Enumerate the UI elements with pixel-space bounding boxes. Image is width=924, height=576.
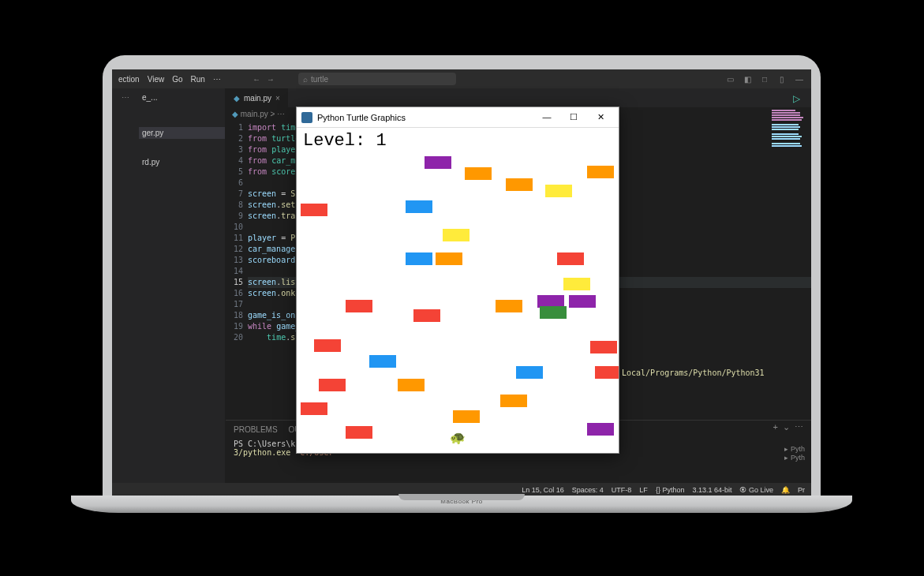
language-mode[interactable]: {} Python bbox=[656, 486, 685, 494]
car-block bbox=[563, 278, 590, 290]
car-block bbox=[425, 156, 451, 169]
file-item[interactable]: e_... bbox=[139, 92, 225, 103]
menu-bar: ection View Go Run ⋯ bbox=[118, 75, 221, 84]
nav-back-icon[interactable]: ← bbox=[253, 75, 260, 84]
car-block bbox=[500, 395, 527, 407]
python-file-icon: ◆ bbox=[234, 94, 240, 103]
terminal-instance[interactable]: ▸Pyth bbox=[784, 445, 805, 453]
file-item[interactable]: ger.py bbox=[139, 127, 225, 139]
car-block bbox=[587, 423, 614, 436]
cursor-position[interactable]: Ln 15, Col 16 bbox=[522, 486, 564, 494]
terminal-instance[interactable]: ▸Pyth bbox=[784, 454, 805, 462]
car-block bbox=[301, 402, 327, 415]
car-block bbox=[545, 185, 572, 197]
layout-icon[interactable]: ◧ bbox=[742, 75, 753, 84]
car-block bbox=[595, 366, 619, 379]
file-item[interactable]: rd.py bbox=[139, 156, 225, 168]
tab-problems[interactable]: PROBLEMS bbox=[234, 425, 278, 434]
menu-go[interactable]: Go bbox=[172, 75, 182, 84]
menu-view[interactable]: View bbox=[148, 75, 165, 84]
run-icon[interactable]: ▷ bbox=[793, 93, 800, 104]
minimap[interactable] bbox=[772, 109, 806, 188]
car-block bbox=[346, 426, 372, 439]
search-icon: ⌕ bbox=[303, 75, 308, 84]
car-block bbox=[465, 167, 492, 180]
car-block bbox=[587, 166, 614, 178]
nav-forward-icon[interactable]: → bbox=[267, 75, 275, 84]
command-search[interactable]: ⌕ turtle bbox=[298, 73, 456, 85]
minimize-icon[interactable]: — bbox=[533, 112, 560, 122]
tab-bar: ◆ main.py × bbox=[226, 88, 811, 107]
car-block bbox=[398, 379, 425, 391]
turtle-title-bar[interactable]: Python Turtle Graphics — ☐ ✕ bbox=[297, 107, 619, 128]
tab-main-py[interactable]: ◆ main.py × bbox=[226, 88, 288, 107]
eol[interactable]: LF bbox=[639, 486, 648, 494]
car-block bbox=[319, 379, 346, 391]
turtle-title: Python Turtle Graphics bbox=[317, 113, 406, 122]
python-file-icon: ◆ bbox=[232, 110, 238, 118]
car-block bbox=[569, 295, 596, 308]
close-icon[interactable]: ✕ bbox=[587, 112, 614, 122]
layout-icon[interactable]: □ bbox=[759, 75, 770, 84]
notifications-icon[interactable]: 🔔 bbox=[781, 486, 790, 494]
menu-run[interactable]: Run bbox=[191, 75, 205, 84]
turtle-app-icon bbox=[301, 112, 312, 123]
layout-icon[interactable]: ▭ bbox=[724, 75, 735, 84]
layout-icon[interactable]: ▯ bbox=[776, 75, 787, 84]
car-block bbox=[516, 366, 543, 379]
minimize-icon[interactable]: — bbox=[794, 75, 805, 84]
title-bar: ection View Go Run ⋯ ← → ⌕ turtle ▭ ◧ □ … bbox=[112, 69, 811, 88]
turtle-canvas: Level: 1 🐢 bbox=[297, 128, 619, 453]
car-block bbox=[540, 306, 567, 319]
python-version[interactable]: 3.13.1 64-bit bbox=[692, 486, 731, 494]
terminal-dropdown-icon[interactable]: ⌄ bbox=[783, 422, 790, 432]
car-block bbox=[557, 252, 584, 265]
more-icon[interactable]: ⋯ bbox=[122, 93, 129, 102]
go-live[interactable]: ⦿ Go Live bbox=[739, 486, 773, 494]
car-block bbox=[346, 300, 372, 312]
activity-bar: ⋯ bbox=[112, 88, 139, 483]
car-block bbox=[590, 341, 617, 353]
car-block bbox=[314, 339, 341, 352]
car-block bbox=[413, 309, 440, 322]
indentation[interactable]: Spaces: 4 bbox=[572, 486, 604, 494]
close-icon[interactable]: × bbox=[275, 94, 280, 103]
prettier[interactable]: Pr bbox=[798, 486, 805, 494]
laptop-base bbox=[71, 496, 852, 513]
search-text: turtle bbox=[311, 75, 328, 84]
car-block bbox=[453, 410, 480, 423]
level-label: Level: 1 bbox=[303, 131, 387, 151]
player-turtle-icon: 🐢 bbox=[450, 430, 466, 445]
tab-label: main.py bbox=[244, 94, 271, 103]
menu-more[interactable]: ⋯ bbox=[213, 75, 221, 84]
car-block bbox=[436, 252, 462, 265]
explorer-sidebar: e_... ger.py rd.py bbox=[139, 88, 226, 483]
terminal-path: Local/Programs/Python/Python31 bbox=[622, 368, 765, 377]
turtle-window: Python Turtle Graphics — ☐ ✕ Level: 1 🐢 bbox=[296, 107, 619, 454]
car-block bbox=[406, 200, 432, 213]
menu-selection[interactable]: ection bbox=[118, 75, 140, 84]
car-block bbox=[301, 204, 327, 216]
car-block bbox=[496, 300, 522, 312]
car-block bbox=[506, 178, 533, 191]
car-block bbox=[406, 252, 432, 265]
car-block bbox=[443, 229, 469, 241]
car-block bbox=[369, 355, 396, 368]
terminal-more-icon[interactable]: ⋯ bbox=[795, 422, 803, 432]
encoding[interactable]: UTF-8 bbox=[612, 486, 632, 494]
maximize-icon[interactable]: ☐ bbox=[560, 112, 587, 122]
new-terminal-icon[interactable]: + bbox=[773, 422, 778, 432]
